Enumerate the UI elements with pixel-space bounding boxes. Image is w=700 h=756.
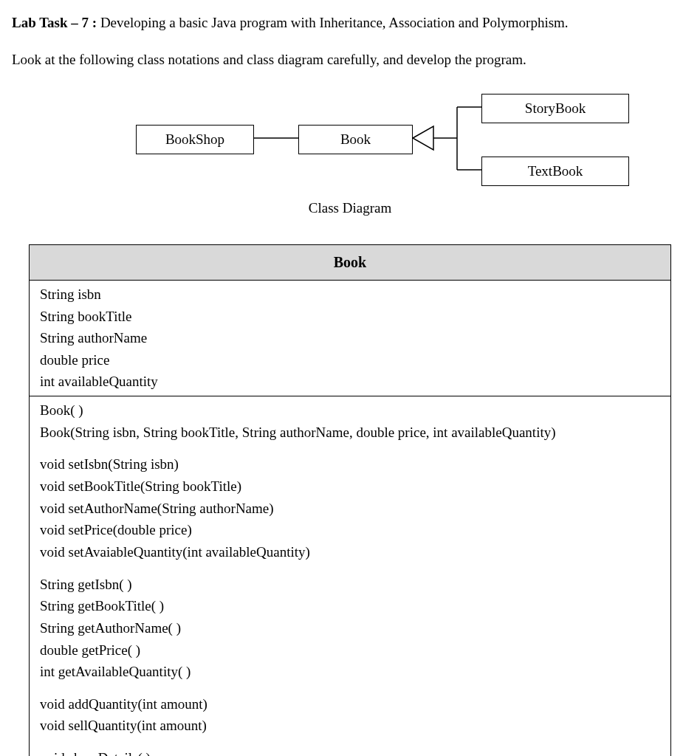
method-line: void setPrice(double price) (40, 519, 660, 541)
method-line: void addQuantity(int amount) (40, 693, 660, 715)
method-line: String getBookTitle( ) (40, 595, 660, 617)
attr-line: String isbn (40, 284, 660, 306)
method-line: void setAuthorName(String authorName) (40, 498, 660, 520)
task-label: Lab Task – 7 : (12, 15, 100, 30)
method-line: void sellQuantity(int amount) (40, 715, 660, 737)
svg-marker-1 (413, 126, 433, 150)
attr-line: int availableQuantity (40, 371, 660, 393)
methods-compartment: Book( ) Book(String isbn, String bookTit… (30, 396, 670, 756)
method-line: String getIsbn( ) (40, 574, 660, 596)
class-diagram: BookShop Book StoryBook TextBook (58, 94, 642, 190)
diagram-box-bookshop: BookShop (136, 125, 254, 154)
method-line: Book(String isbn, String bookTitle, Stri… (40, 422, 660, 444)
method-line: void setIsbn(String isbn) (40, 453, 660, 475)
method-line: int getAvailableQuantity( ) (40, 661, 660, 683)
method-line: void setBookTitle(String bookTitle) (40, 475, 660, 498)
diagram-box-textbook: TextBook (481, 157, 629, 186)
diagram-caption: Class Diagram (12, 199, 688, 218)
attr-line: double price (40, 349, 660, 371)
method-line: void setAvaiableQuantity(int availableQu… (40, 541, 660, 563)
attributes-compartment: String isbn String bookTitle String auth… (30, 281, 670, 396)
method-line: double getPrice( ) (40, 639, 660, 662)
method-line: String getAuthorName( ) (40, 617, 660, 639)
class-notation-title: Book (30, 245, 670, 281)
task-header: Lab Task – 7 : Developing a basic Java p… (12, 13, 688, 32)
intro-text: Look at the following class notations an… (12, 50, 688, 69)
method-line: Book( ) (40, 399, 660, 422)
diagram-box-book: Book (298, 125, 413, 154)
method-line: void showDetails( ) (40, 747, 660, 756)
diagram-box-storybook: StoryBook (481, 94, 629, 123)
attr-line: String bookTitle (40, 306, 660, 328)
attr-line: String authorName (40, 327, 660, 349)
class-notation-book: Book String isbn String bookTitle String… (29, 244, 671, 756)
task-description: Developing a basic Java program with Inh… (100, 15, 569, 30)
